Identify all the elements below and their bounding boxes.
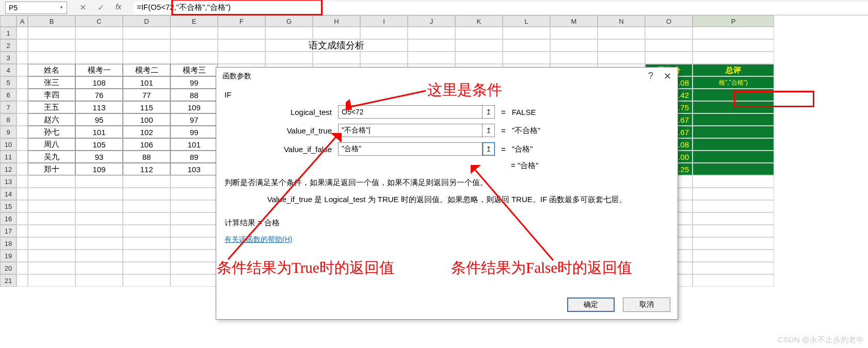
cell-D12[interactable]: 112 (123, 163, 170, 175)
cell-E8[interactable]: 97 (170, 113, 218, 126)
cell-A14[interactable] (17, 188, 28, 200)
cell-F2[interactable] (218, 39, 265, 52)
cell-D7[interactable]: 115 (123, 101, 170, 113)
cell-C8[interactable]: 95 (75, 113, 123, 126)
cell-B5[interactable]: 张三 (28, 76, 75, 89)
cell-D14[interactable] (123, 188, 170, 200)
cell-C4[interactable]: 模考一 (75, 64, 123, 76)
cell-P5[interactable]: 格","合格") (693, 76, 774, 89)
cell-K2[interactable] (455, 39, 503, 52)
cell-M2[interactable] (550, 39, 598, 52)
cell-C13[interactable] (75, 175, 123, 188)
cell-D4[interactable]: 模考二 (123, 64, 170, 76)
cell-G3[interactable] (265, 52, 313, 64)
cell-J2[interactable] (408, 39, 455, 52)
cell-E16[interactable] (170, 212, 218, 225)
cell-B17[interactable] (28, 225, 75, 237)
cell-F1[interactable] (218, 27, 265, 39)
cell-A12[interactable] (17, 163, 28, 175)
cell-P4[interactable]: 总评 (693, 64, 774, 76)
cell-H2[interactable]: 语文成绩分析 (313, 39, 360, 52)
cell-B11[interactable]: 吴九 (28, 151, 75, 163)
cell-P9[interactable] (693, 126, 774, 138)
cell-A11[interactable] (17, 151, 28, 163)
cell-C3[interactable] (75, 52, 123, 64)
cell-P2[interactable] (693, 39, 774, 52)
cell-E4[interactable]: 模考三 (170, 64, 218, 76)
select-all-corner[interactable] (0, 15, 17, 27)
row-header-20[interactable]: 20 (0, 262, 17, 274)
cell-D3[interactable] (123, 52, 170, 64)
row-header-2[interactable]: 2 (0, 39, 17, 52)
cell-C20[interactable] (75, 262, 123, 274)
cell-A19[interactable] (17, 250, 28, 262)
cell-E12[interactable]: 103 (170, 163, 218, 175)
cell-P1[interactable] (693, 27, 774, 39)
cell-A17[interactable] (17, 225, 28, 237)
cell-B9[interactable]: 孙七 (28, 126, 75, 138)
cell-D17[interactable] (123, 225, 170, 237)
row-header-14[interactable]: 14 (0, 188, 17, 200)
cell-A4[interactable] (17, 64, 28, 76)
cell-A16[interactable] (17, 212, 28, 225)
cell-K3[interactable] (455, 52, 503, 64)
cell-J1[interactable] (408, 27, 455, 39)
cell-C18[interactable] (75, 237, 123, 250)
cell-P14[interactable] (693, 188, 774, 200)
cell-A8[interactable] (17, 113, 28, 126)
cell-D8[interactable]: 100 (123, 113, 170, 126)
row-header-10[interactable]: 10 (0, 138, 17, 151)
range-picker-icon[interactable]: ↥ (483, 142, 495, 156)
cell-A9[interactable] (17, 126, 28, 138)
range-picker-icon[interactable]: ↥ (483, 124, 495, 137)
confirm-icon[interactable]: ✓ (98, 3, 104, 12)
cell-D11[interactable]: 88 (123, 151, 170, 163)
cell-C1[interactable] (75, 27, 123, 39)
row-header-13[interactable]: 13 (0, 175, 17, 188)
cell-A2[interactable] (17, 39, 28, 52)
row-header-8[interactable]: 8 (0, 113, 17, 126)
cell-A10[interactable] (17, 138, 28, 151)
col-header-I[interactable]: I (360, 15, 408, 27)
cell-D16[interactable] (123, 212, 170, 225)
cell-A20[interactable] (17, 262, 28, 274)
cell-P16[interactable] (693, 212, 774, 225)
cell-E14[interactable] (170, 188, 218, 200)
cell-A15[interactable] (17, 200, 28, 212)
cell-E18[interactable] (170, 237, 218, 250)
range-picker-icon[interactable]: ↥ (483, 105, 495, 119)
row-header-18[interactable]: 18 (0, 237, 17, 250)
cell-P20[interactable] (693, 262, 774, 274)
cell-P19[interactable] (693, 250, 774, 262)
cell-C10[interactable]: 105 (75, 138, 123, 151)
cell-A1[interactable] (17, 27, 28, 39)
name-box-dropdown-icon[interactable]: ▼ (59, 5, 63, 10)
cell-E19[interactable] (170, 250, 218, 262)
cell-B19[interactable] (28, 250, 75, 262)
col-header-B[interactable]: B (28, 15, 75, 27)
row-header-11[interactable]: 11 (0, 151, 17, 163)
cell-B10[interactable]: 周八 (28, 138, 75, 151)
col-header-C[interactable]: C (75, 15, 123, 27)
cell-D20[interactable] (123, 262, 170, 274)
cell-E6[interactable]: 88 (170, 89, 218, 101)
cell-D2[interactable] (123, 39, 170, 52)
col-header-P[interactable]: P (693, 15, 774, 27)
cell-N2[interactable] (598, 39, 645, 52)
cell-B6[interactable]: 李四 (28, 89, 75, 101)
cancel-button[interactable]: 取消 (623, 297, 670, 312)
cell-E9[interactable]: 99 (170, 126, 218, 138)
cell-C12[interactable]: 109 (75, 163, 123, 175)
col-header-J[interactable]: J (408, 15, 455, 27)
arg-input-Value_if_true[interactable] (338, 124, 483, 137)
cell-M1[interactable] (550, 27, 598, 39)
name-box[interactable]: P5 ▼ (5, 2, 67, 14)
cell-K1[interactable] (455, 27, 503, 39)
cell-A7[interactable] (17, 101, 28, 113)
cell-H1[interactable] (313, 27, 360, 39)
cell-A6[interactable] (17, 89, 28, 101)
col-header-A[interactable]: A (17, 15, 28, 27)
cell-B16[interactable] (28, 212, 75, 225)
cell-D19[interactable] (123, 250, 170, 262)
cell-B8[interactable]: 赵六 (28, 113, 75, 126)
